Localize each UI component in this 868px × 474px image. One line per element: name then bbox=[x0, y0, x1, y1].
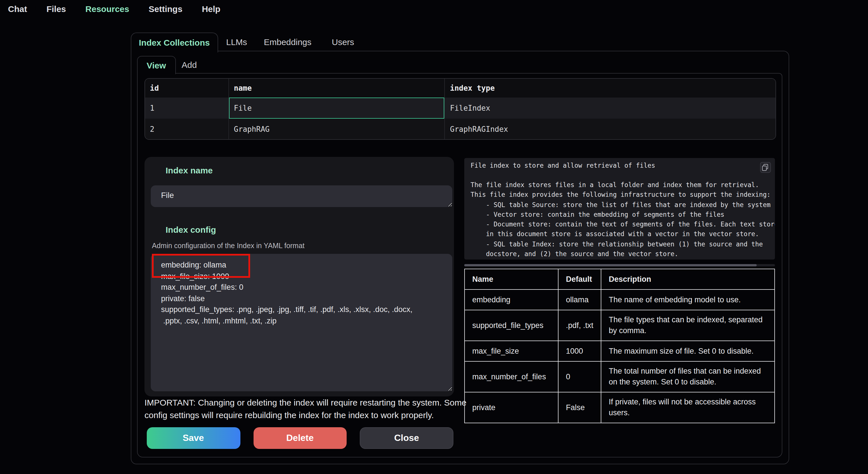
tab-index-collections[interactable]: Index Collections bbox=[131, 32, 218, 52]
params-row-max-file-size: max_file_size 1000 The maximum size of f… bbox=[465, 341, 774, 361]
params-row-embedding: embedding ollama The name of embedding m… bbox=[465, 289, 774, 310]
param-name: supported_file_types bbox=[465, 310, 558, 341]
index-info-text: File index to store and allow retrieval … bbox=[464, 158, 775, 259]
param-name: max_file_size bbox=[465, 341, 558, 361]
params-header-row: Name Default Description bbox=[465, 269, 774, 289]
close-button[interactable]: Close bbox=[360, 427, 454, 449]
delete-button[interactable]: Delete bbox=[253, 427, 347, 449]
annotation-highlight-box bbox=[152, 254, 250, 278]
params-col-name: Name bbox=[465, 269, 558, 289]
column-header-name: name bbox=[228, 78, 444, 98]
cell-name-graphrag[interactable]: GraphRAG bbox=[228, 118, 444, 139]
params-row-supported-file-types: supported_file_types .pdf, .txt The file… bbox=[465, 310, 774, 341]
tab-index-collections-label: Index Collections bbox=[139, 38, 210, 47]
table-row: 1 File FileIndex bbox=[145, 98, 775, 118]
cell-indextype-graphragindex[interactable]: GraphRAGIndex bbox=[444, 118, 775, 139]
param-default: False bbox=[558, 392, 601, 423]
subtab-view-label: View bbox=[147, 61, 166, 70]
param-default: ollama bbox=[558, 289, 601, 310]
cell-indextype-fileindex[interactable]: FileIndex bbox=[444, 98, 775, 118]
copy-icon bbox=[762, 164, 769, 171]
param-description: The maximum size of file. Set 0 to disab… bbox=[601, 341, 774, 361]
index-info-block: File index to store and allow retrieval … bbox=[464, 158, 775, 260]
table-header-row: id name index type bbox=[145, 78, 775, 98]
params-col-description: Description bbox=[601, 269, 774, 289]
nav-item-settings[interactable]: Settings bbox=[149, 4, 182, 13]
param-description: The name of embedding model to use. bbox=[601, 289, 774, 310]
top-nav: Chat Files Resources Settings Help bbox=[8, 0, 220, 17]
subtab-add[interactable]: Add bbox=[182, 60, 197, 70]
param-default: 1000 bbox=[558, 341, 601, 361]
cell-id-2[interactable]: 2 bbox=[145, 118, 228, 139]
param-description: The file types that can be indexed, sepa… bbox=[601, 310, 774, 341]
column-header-id: id bbox=[145, 78, 228, 98]
params-row-private: private False If private, files will not… bbox=[465, 392, 774, 423]
param-name: max_number_of_files bbox=[465, 361, 558, 392]
important-note: IMPORTANT: Changing or deleting the inde… bbox=[145, 397, 473, 421]
tab-llms[interactable]: LLMs bbox=[226, 37, 247, 46]
param-description: If private, files will not be accessible… bbox=[601, 392, 774, 423]
params-reference-table: Name Default Description embedding ollam… bbox=[464, 268, 775, 423]
cell-name-file-selected[interactable]: File bbox=[228, 98, 444, 118]
index-name-input[interactable]: File bbox=[151, 185, 452, 207]
param-description: The total number of files that can be in… bbox=[601, 361, 774, 392]
subtab-view[interactable]: View bbox=[137, 56, 176, 74]
tab-users[interactable]: Users bbox=[332, 37, 354, 46]
nav-item-chat[interactable]: Chat bbox=[8, 4, 27, 13]
index-config-label: Index config bbox=[165, 225, 216, 234]
horizontal-scrollbar bbox=[464, 264, 775, 266]
param-name: private bbox=[465, 392, 558, 423]
save-button[interactable]: Save bbox=[147, 427, 240, 449]
param-name: embedding bbox=[465, 289, 558, 310]
nav-item-help[interactable]: Help bbox=[202, 4, 220, 13]
param-default: 0 bbox=[558, 361, 601, 392]
scrollbar-thumb[interactable] bbox=[464, 264, 757, 266]
table-row: 2 GraphRAG GraphRAGIndex bbox=[145, 118, 775, 139]
tab-embeddings[interactable]: Embeddings bbox=[264, 37, 311, 46]
column-header-index-type: index type bbox=[444, 78, 775, 98]
params-row-max-number-of-files: max_number_of_files 0 The total number o… bbox=[465, 361, 774, 392]
nav-item-files[interactable]: Files bbox=[46, 4, 66, 13]
index-name-label: Index name bbox=[165, 165, 213, 175]
app-root: Chat Files Resources Settings Help Index… bbox=[0, 0, 868, 474]
cell-id-1[interactable]: 1 bbox=[145, 98, 228, 118]
params-col-default: Default bbox=[558, 269, 601, 289]
param-default: .pdf, .txt bbox=[558, 310, 601, 341]
copy-button[interactable] bbox=[760, 162, 771, 173]
nav-item-resources[interactable]: Resources bbox=[85, 4, 129, 13]
index-collections-table: id name index type 1 File FileIndex 2 Gr… bbox=[144, 78, 776, 140]
index-config-caption: Admin configuration of the Index in YAML… bbox=[152, 242, 305, 250]
